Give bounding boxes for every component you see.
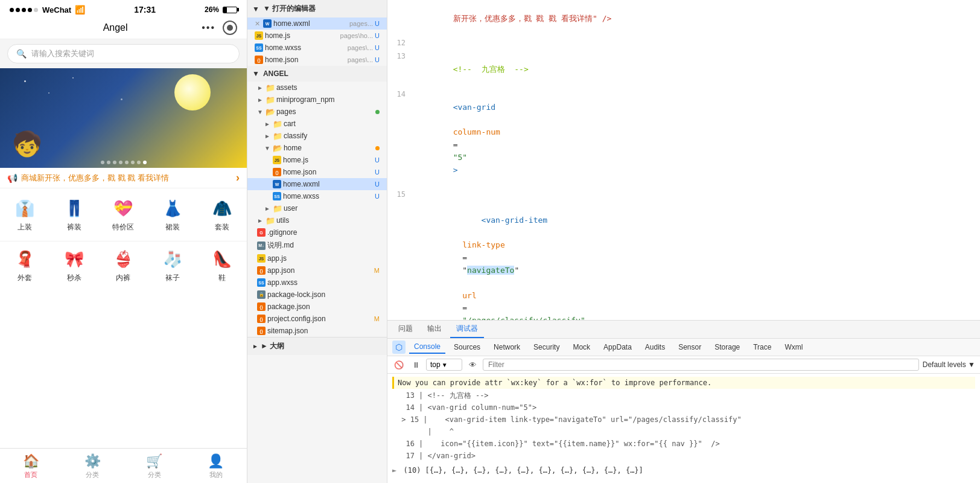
console-warn-line: Now you can provide attr `wx:key` for a … xyxy=(392,377,975,389)
phone-banner: 🧒 xyxy=(0,68,247,168)
grid-item-9[interactable]: 👠 鞋 xyxy=(197,244,247,287)
folder-assets[interactable]: ► 📁 assets xyxy=(247,82,387,94)
file-package-lock[interactable]: 🔒 package-lock.json xyxy=(247,289,387,301)
folder-utils[interactable]: ► 📁 utils xyxy=(247,214,387,226)
log-levels-selector[interactable]: Default levels ▼ xyxy=(923,360,975,369)
status-right: 26% xyxy=(205,5,237,14)
pause-btn[interactable]: ⏸ xyxy=(409,358,422,371)
code-line-12: 12 xyxy=(387,37,980,51)
badge-project-config: M xyxy=(374,315,382,322)
file-sitemap[interactable]: {} sitemap.json xyxy=(247,325,387,337)
announcement-bar[interactable]: 📢 商城新开张，优惠多多，戳 戳 戳 看我详情 › xyxy=(0,168,247,188)
devtools-tab-appdata[interactable]: AppData xyxy=(599,341,637,353)
open-file-home-wxss[interactable]: SS home.wxss pages\... U xyxy=(247,42,387,54)
more-dots[interactable]: ••• xyxy=(202,22,215,33)
open-file-home-json[interactable]: {} home.json pages\... U xyxy=(247,54,387,66)
banner-dot-7 xyxy=(137,161,141,164)
devtools-tab-sensor[interactable]: Sensor xyxy=(673,341,706,353)
header-icons[interactable]: ••• xyxy=(202,21,237,35)
devtools-tab-trace[interactable]: Trace xyxy=(748,341,776,353)
devtools-tab-storage[interactable]: Storage xyxy=(710,341,745,353)
file-home-json[interactable]: {} home.json U xyxy=(247,166,387,178)
search-box[interactable]: 🔍 请输入搜索关键词 xyxy=(7,44,240,63)
devtools-security-label: Security xyxy=(533,343,559,351)
tab-issues[interactable]: 问题 xyxy=(392,321,419,338)
devtools-tab-network[interactable]: Network xyxy=(489,341,525,353)
console-array-line[interactable]: ► (10) [{…}, {…}, {…}, {…}, {…}, {…}, {…… xyxy=(392,464,975,476)
grid-item-3[interactable]: 👗 裙装 xyxy=(148,193,197,236)
file-home-wxss[interactable]: SS home.wxss U xyxy=(247,190,387,202)
folder-name-npm: miniprogram_npm xyxy=(276,95,382,104)
file-gitignore[interactable]: G .gitignore xyxy=(247,226,387,238)
folder-name-user: user xyxy=(284,204,382,213)
folder-classify[interactable]: ► 📁 classify xyxy=(247,130,387,142)
file-package-json[interactable]: {} package.json xyxy=(247,301,387,313)
devtools-tab-console[interactable]: Console xyxy=(409,341,445,354)
folder-icon-pages: 📂 xyxy=(266,107,275,116)
grid-item-4[interactable]: 🧥 套装 xyxy=(197,193,247,236)
file-app-wxss[interactable]: SS app.wxss xyxy=(247,277,387,289)
clear-console-btn[interactable]: 🚫 xyxy=(392,358,406,371)
record-button[interactable] xyxy=(223,21,237,35)
console-filter-input[interactable] xyxy=(483,359,919,371)
grid-item-5[interactable]: 🧣 外套 xyxy=(0,244,49,287)
folder-cart[interactable]: ► 📁 cart xyxy=(247,118,387,130)
devtools-tab-mock[interactable]: Mock xyxy=(568,341,595,353)
devtools-cursor-btn[interactable]: ⬡ xyxy=(392,341,406,354)
announce-arrow[interactable]: › xyxy=(236,171,240,184)
tab-profile[interactable]: 👤 我的 xyxy=(185,449,247,483)
phone-simulator: WeChat 📶 17:31 26% Angel ••• 🔍 请输入搜索关键词 xyxy=(0,0,247,483)
folder-pages[interactable]: ▼ 📂 pages xyxy=(247,106,387,118)
array-expand-icon[interactable]: ► xyxy=(392,466,396,475)
grid-item-2[interactable]: 💝 特价区 xyxy=(99,193,148,236)
open-editors-header[interactable]: ▼ ▼ 打开的编辑器 xyxy=(247,0,387,18)
tab-output[interactable]: 输出 xyxy=(421,321,448,338)
grid-item-8[interactable]: 🧦 袜子 xyxy=(148,244,197,287)
tab-debugger[interactable]: 调试器 xyxy=(450,321,484,338)
line-content-15: <van-grid-item link-type = "navigateTo" … xyxy=(415,189,980,320)
open-file-home-js[interactable]: JS home.js pages\ho... U xyxy=(247,30,387,42)
star3 xyxy=(72,77,74,78)
devtools-tab-audits[interactable]: Audits xyxy=(640,341,670,353)
file-home-wxml[interactable]: W home.wxml U xyxy=(247,178,387,190)
battery-icon xyxy=(223,7,237,13)
tab-classify1[interactable]: ⚙️ 分类 xyxy=(62,449,123,483)
devtools-storage-label: Storage xyxy=(714,343,740,351)
close-btn-wxml[interactable]: ✕ xyxy=(255,20,260,28)
grid-icon-7: 👙 xyxy=(112,248,135,270)
name-home-js: home.js xyxy=(283,156,373,164)
file-app-js[interactable]: JS app.js xyxy=(247,252,387,264)
eye-btn[interactable]: 👁 xyxy=(466,358,479,371)
grid-item-1[interactable]: 👖 裤装 xyxy=(49,193,99,236)
icon-app-wxss: SS xyxy=(257,278,266,287)
file-app-json[interactable]: {} app.json M xyxy=(247,264,387,277)
console-code-line-14: 14 | <van-grid column-num="5"> xyxy=(392,401,975,414)
folder-home[interactable]: ▼ 📂 home xyxy=(247,142,387,154)
devtools-tab-sources[interactable]: Sources xyxy=(449,341,485,353)
console-code-line-caret: | ^ xyxy=(392,426,975,438)
file-readme-md[interactable]: M↓ 说明.md xyxy=(247,238,387,252)
name-app-js: app.js xyxy=(267,254,382,263)
icon-md: M↓ xyxy=(257,242,266,250)
grid-item-6[interactable]: 🎀 秒杀 xyxy=(49,244,99,287)
tab-cart[interactable]: 🛒 分类 xyxy=(124,449,185,483)
devtools-console-label: Console xyxy=(414,342,441,351)
tab-home[interactable]: 🏠 首页 xyxy=(0,449,62,483)
grid-label-2: 特价区 xyxy=(112,222,134,232)
grid-item-0[interactable]: 👔 上装 xyxy=(0,193,49,236)
context-selector[interactable]: top ▼ xyxy=(426,359,462,371)
wifi-icon: 📶 xyxy=(75,5,85,14)
grid-item-7[interactable]: 👙 内裤 xyxy=(99,244,148,287)
utils-chevron: ► xyxy=(257,217,263,224)
file-project-config[interactable]: {} project.config.json M xyxy=(247,313,387,325)
folder-user[interactable]: ► 📁 user xyxy=(247,202,387,214)
devtools-tab-security[interactable]: Security xyxy=(529,341,564,353)
file-home-js[interactable]: JS home.js U xyxy=(247,154,387,166)
open-file-home-wxml[interactable]: ✕ W home.wxml pages... U xyxy=(247,18,387,30)
outline-section[interactable]: ► ► 大纲 xyxy=(247,337,387,355)
code-editor[interactable]: 新开张，优惠多多，戳 戳 戳 看我详情" /> 12 13 <!-- 九宫格 -… xyxy=(387,0,980,320)
devtools-tab-bar: ⬡ Console Sources Network Security Mock … xyxy=(387,339,980,356)
devtools-tab-wxml[interactable]: Wxml xyxy=(780,341,807,353)
angel-section-header[interactable]: ▼ ANGEL xyxy=(247,66,387,82)
folder-miniprogram-npm[interactable]: ► 📁 miniprogram_npm xyxy=(247,94,387,106)
